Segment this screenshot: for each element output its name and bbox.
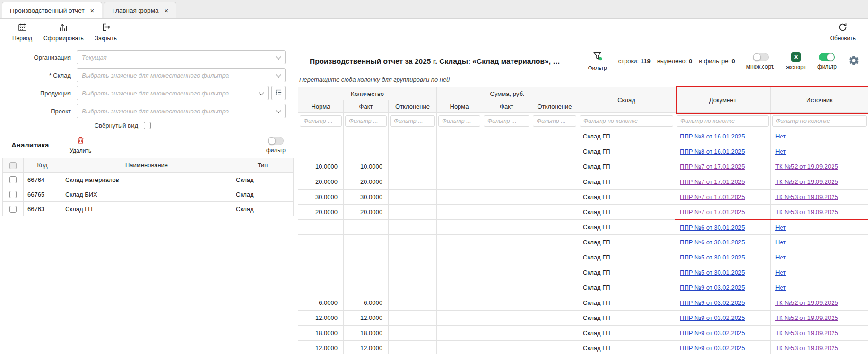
report-row[interactable]: Склад ГПППР №5 от 30.01.2025Нет (298, 265, 868, 280)
cell-sum-norm[interactable] (437, 326, 482, 341)
cell-warehouse[interactable]: Склад ГП (578, 295, 675, 311)
close-icon[interactable]: × (164, 7, 168, 14)
cell-warehouse[interactable]: Склад ГП (578, 265, 675, 280)
column-header-type[interactable]: Тип (232, 158, 294, 173)
products-tree-button[interactable] (271, 86, 286, 100)
source-link[interactable]: ТК №52 от 19.09.2025 (775, 314, 838, 321)
cell-warehouse[interactable]: Склад ГП (578, 250, 675, 265)
close-button[interactable]: Закрыть (89, 20, 122, 43)
cell-warehouse[interactable]: Склад ГП (578, 144, 675, 159)
cell-qty-dev[interactable] (389, 144, 437, 159)
analytics-cell-type[interactable]: Склад (232, 173, 294, 187)
cell-qty-norm[interactable]: 30.0000 (298, 190, 344, 205)
column-header-warehouse[interactable]: Склад (578, 87, 675, 113)
delete-button[interactable]: Удалить (67, 136, 94, 154)
filter-toggle[interactable] (819, 53, 835, 61)
column-header-sum-fact[interactable]: Факт (482, 100, 531, 113)
cell-sum-norm[interactable] (437, 144, 482, 159)
cell-sum-fact[interactable] (482, 295, 531, 311)
organization-select[interactable]: Текущая (77, 50, 286, 64)
period-button[interactable]: Период (7, 20, 38, 43)
report-row[interactable]: Склад ГПППР №5 от 30.01.2025Нет (298, 250, 868, 265)
products-select[interactable]: Выбрать значение для множественного филь… (77, 86, 269, 100)
cell-qty-dev[interactable] (389, 220, 437, 235)
cell-qty-norm[interactable] (298, 280, 344, 295)
source-link[interactable]: Нет (775, 224, 786, 231)
cell-warehouse[interactable]: Склад ГП (578, 205, 675, 220)
analytics-cell-name[interactable]: Склад БИХ (61, 187, 232, 202)
cell-warehouse[interactable]: Склад ГП (578, 190, 675, 205)
document-link[interactable]: ППР №7 от 17.01.2025 (680, 178, 745, 185)
report-row[interactable]: 20.000020.0000Склад ГПППР №7 от 17.01.20… (298, 205, 868, 220)
report-row[interactable]: Склад ГПППР №8 от 16.01.2025Нет (298, 144, 868, 159)
document-link[interactable]: ППР №8 от 16.01.2025 (680, 133, 745, 140)
cell-sum-dev[interactable] (531, 295, 578, 311)
cell-sum-dev[interactable] (531, 265, 578, 280)
close-icon[interactable]: × (90, 7, 95, 14)
project-select[interactable]: Выбрать значение для множественного филь… (77, 104, 286, 118)
analytics-row[interactable]: 66765Склад БИХСклад (3, 187, 294, 202)
cell-sum-fact[interactable] (482, 326, 531, 341)
analytics-cell-name[interactable]: Склад материалов (61, 173, 232, 187)
cell-qty-dev[interactable] (389, 205, 437, 220)
cell-sum-norm[interactable] (437, 311, 482, 326)
cell-qty-dev[interactable] (389, 326, 437, 341)
column-header-source[interactable]: Источник (771, 87, 868, 113)
report-row[interactable]: 10.000010.0000Склад ГПППР №7 от 17.01.20… (298, 159, 868, 174)
cell-qty-fact[interactable]: 6.0000 (344, 295, 389, 311)
cell-qty-dev[interactable] (389, 174, 437, 190)
document-link[interactable]: ППР №7 от 17.01.2025 (680, 193, 745, 200)
source-link[interactable]: ТК №53 от 19.09.2025 (775, 208, 838, 216)
document-link[interactable]: ППР №9 от 03.02.2025 (680, 314, 745, 321)
report-row[interactable]: 12.000012.0000Склад ГПППР №9 от 03.02.20… (298, 341, 868, 354)
cell-qty-fact[interactable]: 20.0000 (344, 205, 389, 220)
group-by-hint[interactable]: Перетащите сюда колонку для группировки … (295, 74, 868, 87)
warehouse-select[interactable]: Выбрать значение для множественного филь… (77, 68, 286, 82)
analytics-row[interactable]: 66764Склад материаловСклад (3, 173, 294, 187)
cell-sum-fact[interactable] (482, 174, 531, 190)
cell-qty-fact[interactable]: 30.0000 (344, 190, 389, 205)
cell-warehouse[interactable]: Склад ГП (578, 280, 675, 295)
cell-qty-fact[interactable]: 12.0000 (344, 311, 389, 326)
generate-button[interactable]: Сформировать (38, 20, 89, 43)
cell-warehouse[interactable]: Склад ГП (578, 311, 675, 326)
cell-sum-fact[interactable] (482, 235, 531, 250)
row-checkbox[interactable] (9, 206, 17, 213)
column-header-qty-dev[interactable]: Отклонение (389, 100, 437, 113)
tab-production-report[interactable]: Производственный отчет × (2, 2, 102, 18)
document-link[interactable]: ППР №7 от 17.01.2025 (680, 163, 745, 170)
filter-button[interactable]: Фильтр (588, 51, 607, 71)
report-row[interactable]: Склад ГПППР №8 от 16.01.2025Нет (298, 129, 868, 144)
document-link[interactable]: ППР №9 от 03.02.2025 (680, 284, 745, 291)
cell-sum-norm[interactable] (437, 129, 482, 144)
report-row[interactable]: Склад ГПППР №6 от 30.01.2025Нет (298, 235, 868, 250)
column-header-document[interactable]: Документ (675, 87, 771, 113)
filter-input-sum-norm[interactable] (438, 115, 480, 127)
cell-qty-fact[interactable] (344, 235, 389, 250)
refresh-button[interactable]: Обновить (825, 20, 861, 43)
cell-sum-dev[interactable] (531, 144, 578, 159)
filter-input-qty-norm[interactable] (300, 115, 342, 127)
document-link[interactable]: ППР №5 от 30.01.2025 (680, 254, 745, 261)
cell-sum-dev[interactable] (531, 311, 578, 326)
report-row[interactable]: Склад ГПППР №6 от 30.01.2025Нет (298, 220, 868, 235)
cell-sum-norm[interactable] (437, 250, 482, 265)
cell-qty-dev[interactable] (389, 250, 437, 265)
cell-qty-norm[interactable] (298, 265, 344, 280)
cell-qty-norm[interactable]: 12.0000 (298, 311, 344, 326)
source-link[interactable]: Нет (775, 133, 786, 140)
cell-qty-dev[interactable] (389, 265, 437, 280)
document-link[interactable]: ППР №9 от 03.02.2025 (680, 299, 745, 306)
cell-sum-fact[interactable] (482, 205, 531, 220)
filter-input-sum-dev[interactable] (533, 115, 576, 127)
cell-sum-dev[interactable] (531, 159, 578, 174)
cell-qty-fact[interactable]: 18.0000 (344, 326, 389, 341)
cell-qty-dev[interactable] (389, 280, 437, 295)
column-header-name[interactable]: Наименование (61, 158, 232, 173)
cell-qty-norm[interactable]: 10.0000 (298, 159, 344, 174)
report-row[interactable]: Склад ГПППР №9 от 03.02.2025Нет (298, 280, 868, 295)
cell-qty-fact[interactable] (344, 220, 389, 235)
cell-qty-norm[interactable] (298, 144, 344, 159)
column-header-qty-norm[interactable]: Норма (298, 100, 344, 113)
cell-sum-fact[interactable] (482, 129, 531, 144)
